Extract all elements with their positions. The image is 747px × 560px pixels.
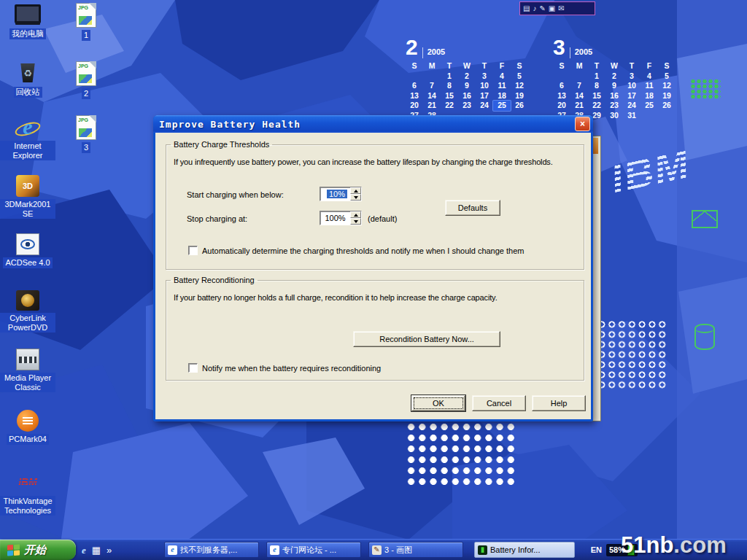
- task-label: 找不到服务器,...: [180, 545, 237, 556]
- desktop-icon-pcmark04[interactable]: PCMark04: [0, 410, 55, 445]
- watermark-main: 51nb: [621, 532, 673, 558]
- document-icon[interactable]: ✉: [558, 5, 564, 12]
- calendar-day: 19: [511, 91, 528, 101]
- database-icon: [694, 324, 715, 350]
- calendar-weekday-header: S: [553, 61, 570, 71]
- group-title: Battery Reconditioning: [171, 276, 258, 284]
- calendar-day: 2: [458, 71, 476, 82]
- calendar-day: 20: [553, 101, 570, 111]
- icon-label: 3: [82, 142, 90, 153]
- wallpaper-dot-grid: [406, 421, 516, 487]
- task-label: 3 - 画图: [384, 545, 412, 556]
- spin-down-button[interactable]: [350, 218, 361, 225]
- close-button[interactable]: ×: [575, 117, 590, 131]
- icon-label: Media Player Classic: [0, 373, 55, 392]
- calendar-march: 3 2005 SMTWTFS12345678910111213141516171…: [553, 36, 676, 120]
- calendar-day: 22: [588, 101, 605, 111]
- calendar-day: 30: [605, 111, 623, 121]
- dialog-title: Improve Battery Health: [159, 119, 575, 130]
- stop-threshold-spinner[interactable]: 100%: [320, 211, 362, 225]
- stop-threshold-value[interactable]: 100%: [320, 214, 350, 222]
- battery-reconditioning-group: Battery Reconditioning If your battery n…: [166, 276, 584, 381]
- internet-explorer-quick-launch[interactable]: e: [82, 545, 86, 555]
- calendar-day: 13: [553, 91, 570, 101]
- calendar-day: [553, 71, 570, 82]
- language-indicator[interactable]: EN: [591, 545, 602, 554]
- desktop-icon-3dmark2001-se[interactable]: 3D3DMark2001 SE: [0, 175, 55, 219]
- task-label: Battery Infor...: [490, 545, 540, 554]
- calendar-day: 25: [640, 101, 658, 111]
- spin-up-button[interactable]: [350, 211, 361, 218]
- wallpaper-ring-grid: [597, 319, 668, 389]
- desktop-icon-recycle-bin[interactable]: ♻回收站: [0, 61, 55, 98]
- calendar-day: 9: [458, 81, 476, 91]
- spinner-buttons: [350, 187, 361, 201]
- calendar-day: 9: [605, 81, 623, 91]
- ok-button[interactable]: OK: [411, 395, 465, 411]
- more-chevron[interactable]: »: [107, 545, 112, 555]
- calendar-day: 10: [476, 81, 493, 91]
- help-button[interactable]: Help: [532, 395, 586, 411]
- taskbar-task-battery-information[interactable]: ▮Battery Infor...: [474, 542, 575, 558]
- icon-label: 3DMark2001 SE: [0, 199, 55, 219]
- desktop-icon-internet-explorer[interactable]: eInternet Explorer: [0, 115, 55, 160]
- dialog-titlebar[interactable]: Improve Battery Health ×: [153, 115, 593, 133]
- jpg-file-1-glyph: JPG: [78, 5, 88, 10]
- show-desktop-quick-launch[interactable]: ▦: [92, 545, 101, 555]
- jpg-file-3-glyph: JPG: [78, 117, 88, 122]
- spin-down-button[interactable]: [350, 194, 361, 201]
- defaults-button[interactable]: Defaults: [445, 200, 500, 216]
- notify-reconditioning-checkbox[interactable]: [188, 363, 198, 373]
- taskbar-task-server-not-found[interactable]: e找不到服务器,...: [164, 542, 259, 558]
- battery-charge-thresholds-group: Battery Charge Thresholds If you infrequ…: [166, 140, 584, 270]
- calendar-day: 2: [605, 71, 623, 82]
- start-button[interactable]: 开始: [0, 540, 76, 560]
- keyboard-icon[interactable]: ▤: [523, 5, 530, 12]
- desktop-icon-cyberlink-powerdvd[interactable]: CyberLink PowerDVD: [0, 290, 55, 332]
- calendar-day: 17: [476, 91, 493, 101]
- calendar-title: 3 2005: [553, 36, 676, 58]
- volume-icon[interactable]: ♪: [533, 5, 536, 12]
- calendar-day: 12: [511, 81, 528, 91]
- desktop-icon-acdsee-40[interactable]: ACDSee 4.0: [0, 233, 55, 268]
- calendar-day: 22: [441, 101, 458, 111]
- cancel-button[interactable]: Cancel: [472, 395, 526, 411]
- pixel-grid-icon: [690, 79, 721, 99]
- taskbar-task-forum[interactable]: e专门网论坛 - ...: [266, 542, 361, 558]
- dialog-body: Battery Charge Thresholds If you infrequ…: [155, 133, 591, 419]
- start-threshold-spinner[interactable]: 10%: [320, 187, 362, 201]
- internet-explorer-glyph: e: [23, 116, 32, 138]
- taskbar-task-paint[interactable]: ✎3 - 画图: [368, 542, 463, 558]
- calendar-weekday-header: S: [406, 61, 423, 71]
- calendar-day: 19: [658, 91, 676, 101]
- desktop-icon-media-player-classic[interactable]: Media Player Classic: [0, 349, 55, 392]
- pen-icon[interactable]: ✎: [539, 5, 545, 12]
- desktop-icon-my-computer[interactable]: 我的电脑: [0, 3, 55, 39]
- calendar-day: [658, 111, 676, 121]
- battery-icon: ▮: [478, 545, 487, 555]
- 3dmark2001-se-glyph: 3D: [23, 182, 33, 190]
- calendar-weekday-header: F: [640, 61, 658, 71]
- desktop-icon-jpg-file-3[interactable]: JPG3: [58, 115, 114, 153]
- calendar-grid: SMTWTFS123456789101112131415161718192021…: [553, 61, 676, 120]
- thinkvantage-technologies-glyph: IBM: [18, 476, 37, 488]
- notify-reconditioning-label: Notify me when the battery requires reco…: [202, 364, 381, 373]
- start-charging-label: Start charging when below:: [187, 190, 284, 199]
- desktop-icon-jpg-file-2[interactable]: JPG2: [58, 61, 114, 99]
- calendar-day: 11: [640, 81, 658, 91]
- desktop-icon-jpg-file-1[interactable]: JPG1: [58, 3, 114, 41]
- jpg-file-2-glyph: JPG: [78, 63, 88, 69]
- media-player-classic-icon: [16, 349, 39, 370]
- calendar-day: 25: [493, 101, 511, 111]
- calendar-day: 15: [441, 91, 458, 101]
- calendar-day: 16: [605, 91, 623, 101]
- calendar-month: 2: [406, 36, 418, 58]
- display-icon[interactable]: ▣: [549, 5, 555, 12]
- internet-explorer-icon: e: [15, 115, 41, 139]
- spin-up-button[interactable]: [350, 187, 361, 194]
- recondition-battery-button[interactable]: Recondition Battery Now...: [353, 331, 500, 347]
- desktop-icon-thinkvantage-technologies[interactable]: IBMThinkVantage Technologies: [0, 470, 55, 516]
- improve-battery-health-dialog: Improve Battery Health × Battery Charge …: [153, 115, 593, 421]
- auto-determine-checkbox[interactable]: [188, 246, 198, 255]
- start-threshold-value[interactable]: 10%: [327, 190, 347, 198]
